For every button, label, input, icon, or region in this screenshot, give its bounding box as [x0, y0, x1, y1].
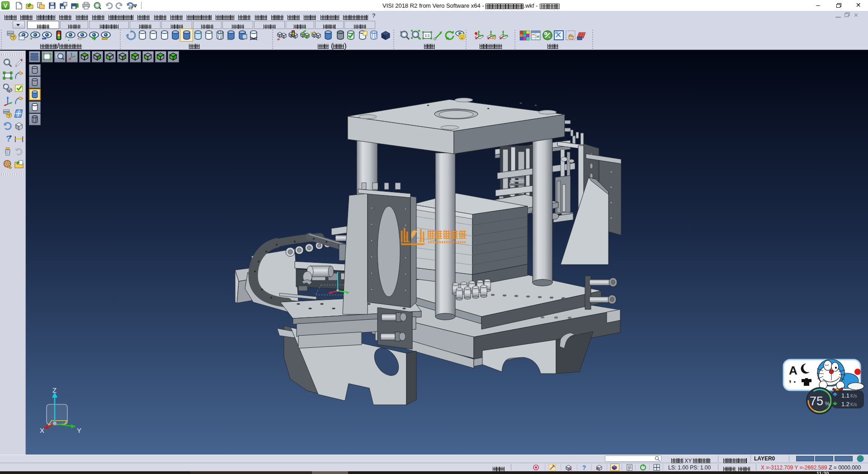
svg-text:%: % — [825, 401, 830, 407]
svg-text:75: 75 — [810, 394, 823, 408]
svg-text:K/s: K/s — [850, 393, 857, 398]
svg-text:X: X — [40, 427, 44, 434]
svg-text:K/s: K/s — [850, 402, 857, 407]
svg-text:Z: Z — [52, 386, 57, 394]
svg-text:,: , — [789, 374, 792, 384]
svg-text:1.1: 1.1 — [841, 392, 849, 399]
svg-text:1.2: 1.2 — [841, 401, 849, 408]
svg-text:Y: Y — [77, 427, 81, 434]
svg-text:.: . — [793, 374, 796, 384]
